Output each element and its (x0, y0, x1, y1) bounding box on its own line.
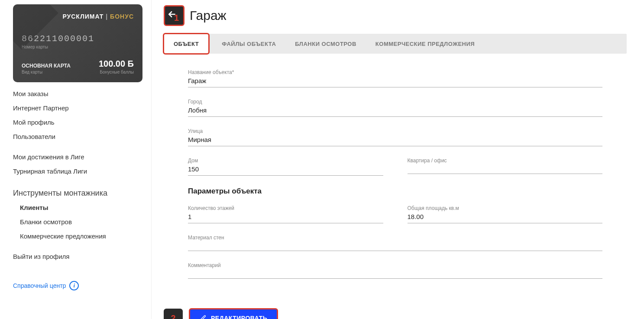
wall-label: Материал стен (188, 235, 602, 241)
callout-1: 1 (174, 13, 179, 23)
street-label: Улица (188, 128, 602, 134)
card-type: ОСНОВНАЯ КАРТА (22, 63, 71, 69)
sidebar: РУСКЛИМАТ | БОНУС 862211000001 Номер кар… (0, 0, 152, 319)
info-icon: i (69, 281, 79, 290)
name-label: Название объекта* (188, 69, 602, 75)
title-row: 1 Гараж (164, 5, 627, 26)
apt-field[interactable] (408, 164, 603, 174)
tabs-bar: ОБЪЕКТ ФАЙЛЫ ОБЪЕКТА БЛАНКИ ОСМОТРОВ КОМ… (164, 34, 627, 54)
area-label: Общая площадь кв.м (408, 205, 603, 211)
help-link[interactable]: Справочный центр i (13, 281, 142, 290)
nav-logout[interactable]: Выйти из профиля (13, 249, 142, 264)
city-field[interactable]: Лобня (188, 106, 602, 117)
floors-field[interactable]: 1 (188, 212, 383, 223)
house-field[interactable]: 150 (188, 164, 383, 176)
comment-field[interactable] (188, 269, 602, 279)
back-button[interactable]: 1 (164, 5, 184, 26)
tab-offers[interactable]: КОММЕРЧЕСКИЕ ПРЕДЛОЖЕНИЯ (366, 34, 484, 54)
brand-bonus: БОНУС (110, 13, 134, 20)
nav-achievements[interactable]: Мои достижения в Лиге (13, 150, 142, 164)
edit-button-label: РЕДАКТИРОВАТЬ (211, 315, 267, 319)
bonus-card: РУСКЛИМАТ | БОНУС 862211000001 Номер кар… (13, 4, 142, 82)
form-area: Название объекта* Гараж Город Лобня Улиц… (164, 54, 627, 303)
params-header: Параметры объекта (188, 187, 602, 196)
edit-button[interactable]: РЕДАКТИРОВАТЬ (189, 308, 278, 319)
name-field[interactable]: Гараж (188, 76, 602, 87)
nav-clients[interactable]: Клиенты (13, 200, 142, 215)
house-label: Дом (188, 158, 383, 164)
tab-object[interactable]: ОБЪЕКТ (163, 33, 210, 55)
nav-orders[interactable]: Мои заказы (13, 87, 142, 101)
comment-label: Комментарий (188, 262, 602, 268)
pencil-icon (200, 315, 207, 319)
tab-files[interactable]: ФАЙЛЫ ОБЪЕКТА (212, 34, 285, 54)
page-title: Гараж (190, 8, 227, 23)
nav-inspection-forms[interactable]: Бланки осмотров (13, 215, 142, 229)
nav-partner[interactable]: Интернет Партнер (13, 101, 142, 115)
main-content: 1 Гараж ОБЪЕКТ ФАЙЛЫ ОБЪЕКТА БЛАНКИ ОСМО… (152, 0, 644, 319)
apt-label: Квартира / офис (408, 158, 603, 164)
brand-sep: | (104, 13, 110, 20)
city-label: Город (188, 99, 602, 105)
callout-2: 2 (164, 309, 183, 319)
card-balance-label: Бонусные баллы (99, 70, 134, 74)
card-number-label: Номер карты (22, 45, 134, 49)
nav-profile[interactable]: Мой профиль (13, 115, 142, 129)
nav-users[interactable]: Пользователи (13, 129, 142, 144)
area-field[interactable]: 18.00 (408, 212, 603, 223)
tab-inspections[interactable]: БЛАНКИ ОСМОТРОВ (285, 34, 366, 54)
card-brand: РУСКЛИМАТ | БОНУС (22, 13, 134, 20)
nav-offers[interactable]: Коммерческие предложения (13, 229, 142, 243)
nav-league-table[interactable]: Турнирная таблица Лиги (13, 164, 142, 178)
wall-field[interactable] (188, 242, 602, 251)
nav-tools-header: Инструменты монтажника (13, 184, 142, 200)
help-link-label: Справочный центр (13, 282, 66, 289)
card-balance: 100.00 Б (99, 59, 134, 69)
edit-row: 2 РЕДАКТИРОВАТЬ (164, 308, 627, 319)
floors-label: Количество этажей (188, 205, 383, 211)
street-field[interactable]: Мирная (188, 135, 602, 146)
card-number: 862211000001 (22, 34, 134, 44)
brand-main: РУСКЛИМАТ (62, 13, 104, 20)
card-type-label: Вид карты (22, 70, 71, 74)
